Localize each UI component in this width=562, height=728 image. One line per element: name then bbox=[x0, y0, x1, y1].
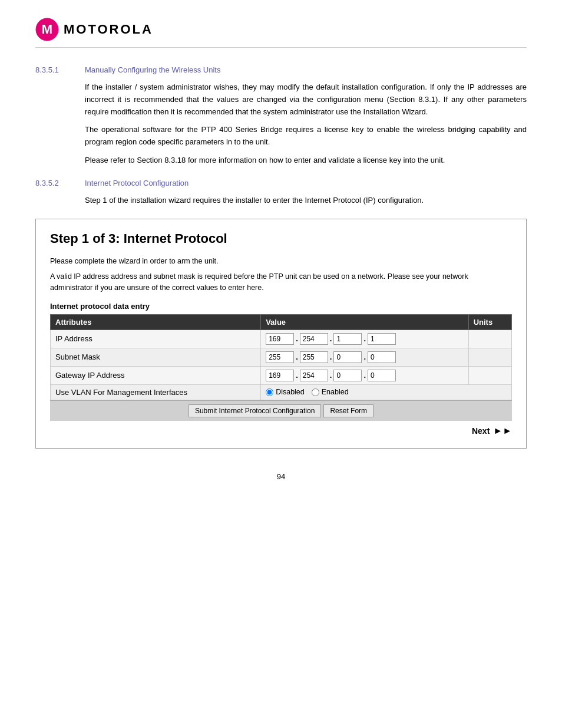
attr-subnet-mask: Subnet Mask bbox=[51, 348, 261, 366]
subnet-sep-1: . bbox=[295, 353, 299, 361]
next-row: Next ►► bbox=[50, 426, 512, 436]
vlan-radio-group: Disabled Enabled bbox=[266, 388, 507, 396]
section-8351-para1: If the installer / system administrator … bbox=[85, 81, 527, 118]
reset-button[interactable]: Reset Form bbox=[323, 404, 373, 417]
next-label: Next bbox=[472, 426, 490, 436]
vlan-disabled-radio[interactable] bbox=[266, 388, 273, 396]
submit-button[interactable]: Submit Internet Protocol Configuration bbox=[189, 404, 321, 417]
config-box: Step 1 of 3: Internet Protocol Please co… bbox=[35, 219, 527, 449]
section-heading-8352: 8.3.5.2 Internet Protocol Configuration bbox=[35, 179, 527, 187]
subnet-octet4[interactable] bbox=[368, 351, 396, 363]
gateway-octet2[interactable] bbox=[300, 370, 328, 381]
page: M MOTOROLA 8.3.5.1 Manually Configuring … bbox=[0, 0, 562, 728]
col-units: Units bbox=[468, 314, 511, 330]
vlan-row: Use VLAN For Management Interfaces Disab… bbox=[51, 384, 512, 400]
value-subnet-mask: . . . bbox=[261, 348, 469, 366]
section-heading-8351: 8.3.5.1 Manually Configuring the Wireles… bbox=[35, 65, 527, 74]
vlan-value: Disabled Enabled bbox=[261, 384, 512, 400]
company-name: MOTOROLA bbox=[64, 22, 153, 37]
wizard-desc1: Please complete the wizard in order to a… bbox=[50, 256, 512, 267]
subnet-octet1[interactable] bbox=[266, 351, 294, 363]
motorola-logo: M MOTOROLA bbox=[35, 18, 153, 41]
section-8351-para3: Please refer to Section 8.3.18 for more … bbox=[85, 154, 527, 167]
section-8351: 8.3.5.1 Manually Configuring the Wireles… bbox=[35, 65, 527, 167]
section-title-8352: Internet Protocol Configuration bbox=[85, 179, 189, 187]
value-ip-address: . . . bbox=[261, 330, 469, 348]
value-gateway: . . . bbox=[261, 366, 469, 384]
motorola-m-icon: M bbox=[35, 18, 59, 41]
ip-table: Attributes Value Units IP Address . bbox=[50, 314, 512, 400]
section-8352: 8.3.5.2 Internet Protocol Configuration … bbox=[35, 179, 527, 449]
ip-sep-3: . bbox=[363, 334, 366, 343]
section-number-8352: 8.3.5.2 bbox=[35, 179, 71, 187]
gateway-sep-1: . bbox=[295, 371, 299, 380]
vlan-enabled-label[interactable]: Enabled bbox=[312, 388, 349, 396]
table-row: Subnet Mask . . . bbox=[51, 348, 512, 366]
subnet-sep-2: . bbox=[329, 353, 333, 361]
vlan-disabled-label[interactable]: Disabled bbox=[266, 388, 305, 396]
gateway-octet1[interactable] bbox=[266, 370, 294, 381]
next-arrows-icon[interactable]: ►► bbox=[493, 426, 512, 436]
table-row: Gateway IP Address . . . bbox=[51, 366, 512, 384]
units-subnet-mask bbox=[468, 348, 511, 366]
page-number: 94 bbox=[35, 472, 527, 481]
vlan-enabled-radio[interactable] bbox=[312, 388, 319, 396]
col-attributes: Attributes bbox=[51, 314, 261, 330]
button-row: Submit Internet Protocol Configuration R… bbox=[50, 400, 512, 421]
ip-address-octet4[interactable] bbox=[368, 333, 396, 345]
attr-gateway: Gateway IP Address bbox=[51, 366, 261, 384]
ip-address-octet2[interactable] bbox=[300, 333, 328, 345]
gateway-sep-2: . bbox=[329, 371, 333, 380]
wizard-desc2: A valid IP address address and subnet ma… bbox=[50, 271, 512, 294]
vlan-enabled-text: Enabled bbox=[322, 388, 349, 396]
header: M MOTOROLA bbox=[35, 18, 527, 48]
ip-address-octet1[interactable] bbox=[266, 333, 294, 345]
subnet-sep-3: . bbox=[363, 353, 366, 361]
section-title-8351: Manually Configuring the Wireless Units bbox=[85, 65, 220, 74]
subnet-octet3[interactable] bbox=[333, 351, 362, 363]
ip-sep-1: . bbox=[295, 334, 299, 343]
units-gateway bbox=[468, 366, 511, 384]
section-8352-para1: Step 1 of the installation wizard requir… bbox=[85, 195, 527, 207]
vlan-disabled-text: Disabled bbox=[276, 388, 305, 396]
attr-ip-address: IP Address bbox=[51, 330, 261, 348]
svg-text:M: M bbox=[42, 22, 52, 37]
gateway-octet3[interactable] bbox=[333, 370, 362, 381]
table-row: IP Address . . . bbox=[51, 330, 512, 348]
data-entry-label: Internet protocol data entry bbox=[50, 302, 512, 311]
gateway-sep-3: . bbox=[363, 371, 366, 380]
col-value: Value bbox=[261, 314, 469, 330]
section-8351-para2: The operational software for the PTP 400… bbox=[85, 124, 527, 149]
section-number-8351: 8.3.5.1 bbox=[35, 65, 71, 74]
subnet-octet2[interactable] bbox=[300, 351, 328, 363]
units-ip-address bbox=[468, 330, 511, 348]
gateway-octet4[interactable] bbox=[368, 370, 396, 381]
ip-sep-2: . bbox=[329, 334, 333, 343]
wizard-title: Step 1 of 3: Internet Protocol bbox=[50, 231, 512, 246]
ip-address-octet3[interactable] bbox=[333, 333, 362, 345]
attr-vlan: Use VLAN For Management Interfaces bbox=[51, 384, 261, 400]
